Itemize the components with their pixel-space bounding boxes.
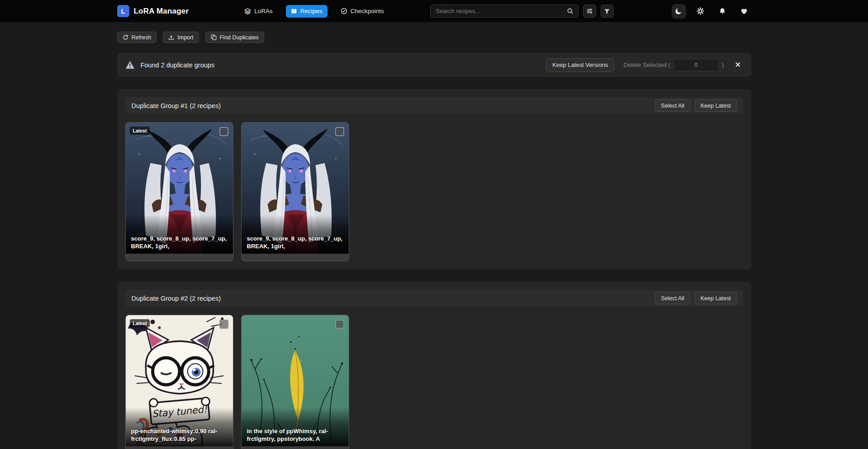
recipe-card[interactable]: Latest score_9, score_8_up, score_7_up, … (125, 122, 233, 261)
card-checkbox[interactable] (219, 127, 228, 136)
refresh-button[interactable]: Refresh (117, 32, 157, 43)
latest-badge: Latest (130, 319, 150, 327)
refresh-icon (123, 34, 128, 40)
card-checkbox[interactable] (335, 127, 344, 136)
recipe-caption: pp-enchanted-whimsy:0.90 ral-frctlgmtry_… (126, 407, 233, 446)
recipe-caption: score_9, score_8_up, score_7_up, BREAK, … (242, 215, 349, 254)
sliders-icon (586, 8, 593, 14)
support-button[interactable] (737, 4, 751, 19)
tab-label: Recipes (300, 8, 323, 14)
theme-toggle-button[interactable] (672, 4, 686, 19)
group-2-keep-latest-button[interactable]: Keep Latest (695, 292, 737, 304)
delete-selected-suffix: ) (722, 61, 724, 68)
warning-icon (125, 61, 135, 69)
refresh-label: Refresh (132, 34, 152, 41)
group-1-header: Duplicate Group #1 (2 recipes) Select Al… (125, 97, 743, 114)
find-duplicates-button[interactable]: Find Duplicates (205, 32, 264, 43)
recipe-caption: score_9, score_8_up, score_7_up, BREAK, … (126, 215, 233, 254)
checkpoints-check-icon (341, 8, 347, 14)
gear-icon (697, 7, 704, 15)
app-title: LoRA Manager (134, 7, 189, 16)
latest-badge: Latest (130, 127, 150, 135)
card-checkbox[interactable] (335, 320, 344, 329)
app-logo-icon: L (117, 5, 129, 17)
notifications-button[interactable] (715, 4, 730, 19)
duplicates-alert-bar: Found 2 duplicate groups Keep Latest Ver… (117, 53, 751, 77)
top-navbar: L LoRA Manager LoRAs Recipes Checkpoints (0, 0, 868, 22)
sort-options-button[interactable] (583, 5, 596, 18)
tab-label: Checkpoints (351, 8, 384, 14)
tab-loras[interactable]: LoRAs (239, 5, 278, 18)
recipe-card[interactable]: Stay tuned! Latest pp-enchanted-whimsy:0… (125, 315, 233, 449)
duplicate-group-1-panel: Duplicate Group #1 (2 recipes) Select Al… (117, 89, 751, 269)
recipes-toolbar: Refresh Import Find Duplicates (117, 32, 751, 43)
card-footer (126, 446, 233, 449)
delete-count-input[interactable] (674, 59, 719, 71)
recipes-book-icon (291, 8, 297, 14)
import-icon (168, 34, 174, 40)
duplicates-copy-icon (211, 34, 217, 40)
search-icon (567, 8, 574, 14)
keep-latest-versions-button[interactable]: Keep Latest Versions (546, 58, 614, 72)
import-label: Import (177, 34, 193, 41)
tab-checkpoints[interactable]: Checkpoints (336, 5, 389, 18)
main-content: Refresh Import Find Duplicates Found 2 d… (117, 32, 751, 449)
group-1-keep-latest-button[interactable]: Keep Latest (695, 99, 737, 112)
group-2-cards: Stay tuned! Latest pp-enchanted-whimsy:0… (125, 315, 743, 449)
heart-icon (740, 8, 748, 15)
find-duplicates-label: Find Duplicates (220, 34, 259, 41)
recipe-caption: in the style of ppWhimsy, ral-frctlgmtry… (242, 407, 349, 446)
moon-icon (675, 7, 683, 15)
card-footer (242, 254, 349, 261)
group-2-header: Duplicate Group #2 (2 recipes) Select Al… (125, 290, 743, 307)
alert-close-button[interactable]: ✕ (733, 60, 743, 70)
main-nav-tabs: LoRAs Recipes Checkpoints (239, 5, 389, 18)
search-input[interactable] (430, 5, 579, 18)
group-1-select-all-button[interactable]: Select All (655, 99, 690, 112)
group-2-select-all-button[interactable]: Select All (655, 292, 690, 304)
navbar-icon-group (672, 4, 751, 19)
import-button[interactable]: Import (163, 32, 199, 43)
tab-recipes[interactable]: Recipes (286, 5, 327, 18)
group-2-title: Duplicate Group #2 (2 recipes) (132, 295, 221, 302)
card-checkbox[interactable] (219, 320, 228, 329)
recipe-card[interactable]: score_9, score_8_up, score_7_up, BREAK, … (241, 122, 349, 261)
group-1-title: Duplicate Group #1 (2 recipes) (132, 102, 221, 109)
filter-funnel-icon (604, 8, 610, 14)
delete-selected-prefix: Delete Selected ( (623, 61, 670, 68)
search-button[interactable] (563, 5, 578, 17)
filter-button[interactable] (601, 5, 614, 18)
loras-stack-icon (244, 8, 251, 15)
app-brand[interactable]: L LoRA Manager (117, 5, 189, 17)
duplicate-group-2-panel: Duplicate Group #2 (2 recipes) Select Al… (117, 282, 751, 449)
settings-button[interactable] (693, 4, 708, 19)
card-footer (126, 254, 233, 261)
recipe-card[interactable]: in the style of ppWhimsy, ral-frctlgmtry… (241, 315, 349, 449)
bell-icon (719, 8, 726, 15)
card-footer (242, 446, 349, 449)
group-1-cards: Latest score_9, score_8_up, score_7_up, … (125, 122, 743, 261)
delete-selected-control: Delete Selected ( ) (623, 59, 724, 71)
alert-message: Found 2 duplicate groups (141, 61, 215, 69)
tab-label: LoRAs (254, 8, 273, 14)
search-area (430, 5, 614, 18)
